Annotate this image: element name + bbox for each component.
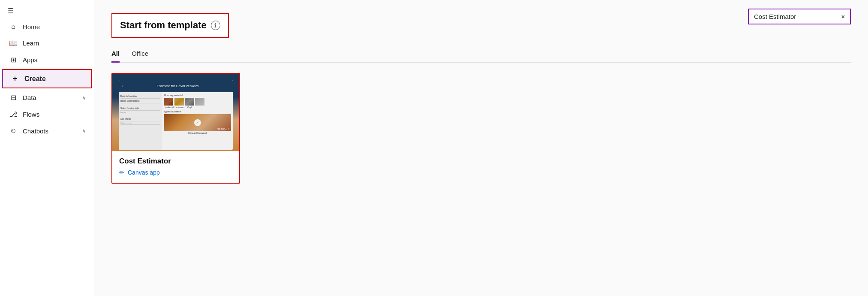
wood-name-label: Bellaian Rosewood [164,132,231,134]
price-label: $7.39/sq ft [217,128,229,130]
types-label: Types available [164,110,231,113]
sample-label: Laminate [174,106,184,109]
app-body: Basic information Room specifications Se… [119,92,233,150]
sample-swatch [195,98,204,106]
app-sidebar-row: Select flooring style [120,106,160,111]
sidebar-item-label: Apps [23,56,86,63]
sample-label: Hardwood [164,106,174,109]
search-clear-button[interactable]: × [841,13,845,20]
bottom-image: ✓ $7.39/sq ft [164,114,231,131]
app-title-text: Estimate for David Veskovo [126,84,229,88]
apps-icon: ⊞ [9,56,18,64]
sidebar-item-chatbots[interactable]: ☺ Chatbots ∨ [0,123,94,139]
search-container: × [748,9,851,24]
sample-extra [195,98,204,109]
sample-swatch [174,98,184,106]
section-header: Start from template ℹ [111,13,229,38]
sidebar-item-flows[interactable]: ⎇ Flows [0,106,94,123]
app-sidebar-mini: Basic information Room specifications Se… [119,92,162,150]
sidebar-item-label: Home [23,23,86,30]
card-type: ✏ Canvas app [119,169,232,176]
chatbots-icon: ☺ [9,127,18,135]
card-info: Cost Estimator ✏ Canvas app [112,151,239,183]
cards-grid: ‹ Estimate for David Veskovo Basic infor… [111,73,851,184]
main-content: × Start from template ℹ All Office ‹ Est… [94,0,868,296]
sidebar-item-create[interactable]: + Create [2,69,92,88]
sidebar-item-learn[interactable]: 📖 Learn [0,35,94,51]
app-sidebar-row: Room specifications [120,99,160,103]
sidebar-item-apps[interactable]: ⊞ Apps [0,51,94,68]
data-icon: ⊟ [9,94,18,102]
card-thumbnail: ‹ Estimate for David Veskovo Basic infor… [112,74,239,151]
section-title: Start from template [120,20,207,31]
template-card-cost-estimator[interactable]: ‹ Estimate for David Veskovo Basic infor… [111,73,240,184]
app-content-mini: Flooring material Hardwood Laminate [162,92,233,150]
sample-swatch [185,98,194,106]
app-sidebar-row: Capture photos [120,121,160,125]
app-sidebar-row: Add photos [120,117,160,121]
sample-vinyl: Vinyl [185,98,194,109]
tab-office[interactable]: Office [132,46,148,63]
app-sidebar-row: Basic information [120,94,160,99]
sidebar-item-label: Create [24,75,84,83]
flows-icon: ⎇ [9,110,18,118]
sidebar-item-home[interactable]: ⌂ Home [0,18,94,35]
sample-label: Vinyl [185,106,194,109]
app-back-icon: ‹ [122,84,123,88]
hamburger-button[interactable]: ☰ [0,0,94,18]
sample-hardwood: Hardwood [164,98,174,109]
app-top-bar: ‹ Estimate for David Veskovo [119,80,233,92]
sidebar-item-label: Data [23,94,77,101]
chevron-down-icon: ∨ [82,95,86,101]
card-type-label: Canvas app [128,169,160,176]
sample-swatch [164,98,173,106]
checkmark-icon: ✓ [194,119,201,126]
home-icon: ⌂ [9,23,18,30]
flooring-label: Flooring material [164,94,231,97]
search-box: × [748,9,851,24]
sidebar-item-data[interactable]: ⊟ Data ∨ [0,89,94,106]
hamburger-icon: ☰ [8,7,14,15]
card-title: Cost Estimator [119,157,232,166]
tabs-bar: All Office [111,46,851,63]
sidebar-item-label: Chatbots [23,127,77,135]
sidebar: ☰ ⌂ Home 📖 Learn ⊞ Apps + Create ⊟ Data … [0,0,94,296]
tab-all[interactable]: All [111,46,120,63]
flooring-samples: Hardwood Laminate Vinyl [164,98,231,109]
app-sidebar-row: Interior [120,111,160,114]
sidebar-item-label: Flows [23,111,86,118]
sidebar-item-label: Learn [23,39,86,47]
info-icon[interactable]: ℹ [211,21,220,30]
learn-icon: 📖 [9,39,18,47]
sample-laminate: Laminate [174,98,184,109]
create-icon: + [11,74,19,83]
pencil-icon: ✏ [119,169,124,176]
chevron-down-icon: ∨ [82,128,86,134]
search-input[interactable] [754,13,838,20]
app-screenshot: ‹ Estimate for David Veskovo Basic infor… [119,80,233,150]
